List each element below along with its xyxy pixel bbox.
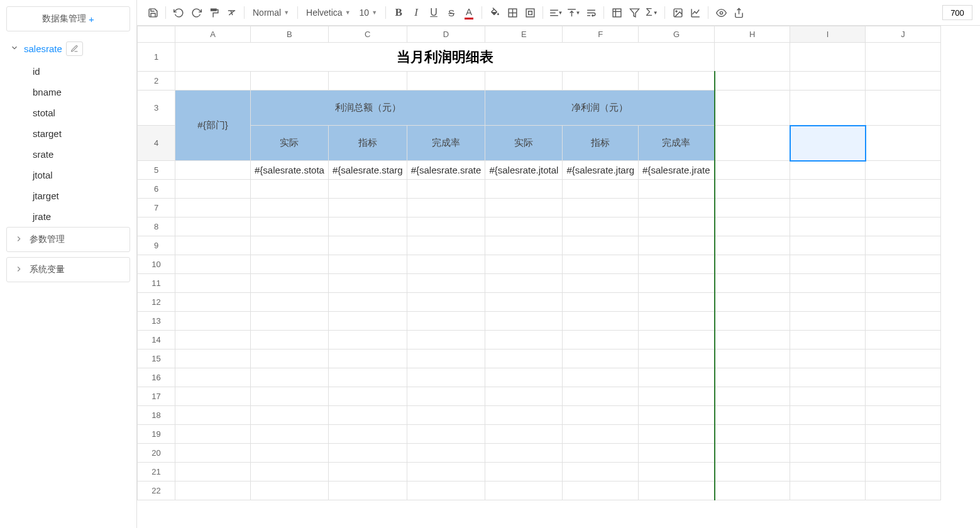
row-header-5[interactable]: 5	[138, 161, 175, 180]
cell-I9[interactable]	[790, 236, 866, 255]
cell-B22[interactable]	[251, 481, 329, 500]
cell-J10[interactable]	[866, 255, 941, 274]
cell-G20[interactable]	[639, 444, 715, 463]
cell-I14[interactable]	[790, 331, 866, 349]
cell-A11[interactable]	[175, 274, 251, 293]
cell-D22[interactable]	[407, 481, 485, 500]
tree-node-salesrate[interactable]: salesrate	[6, 36, 130, 61]
row-header-6[interactable]: 6	[138, 180, 175, 199]
cell-G15[interactable]	[639, 349, 715, 368]
cell-F18[interactable]	[563, 406, 639, 425]
cell-F8[interactable]	[563, 217, 639, 236]
field-jtotal[interactable]: jtotal	[33, 165, 130, 185]
cell-B8[interactable]	[251, 217, 329, 236]
cell-B10[interactable]	[251, 255, 329, 274]
cell-D15[interactable]	[407, 349, 485, 368]
select-all-corner[interactable]	[138, 26, 175, 43]
cell-C15[interactable]	[328, 349, 407, 368]
cell-E15[interactable]	[485, 349, 563, 368]
cell-J13[interactable]	[866, 312, 941, 331]
textwrap-button[interactable]	[583, 4, 599, 21]
cell-F15[interactable]	[563, 349, 639, 368]
cell-J4[interactable]	[866, 126, 941, 161]
cell-A21[interactable]	[175, 463, 251, 481]
cell-F11[interactable]	[563, 274, 639, 293]
cell-G9[interactable]	[639, 236, 715, 255]
cell-A16[interactable]	[175, 368, 251, 387]
row-header-7[interactable]: 7	[138, 199, 175, 217]
cell-E18[interactable]	[485, 406, 563, 425]
sub-header-2[interactable]: 完成率	[407, 126, 485, 161]
cell-J12[interactable]	[866, 293, 941, 312]
cell-H5[interactable]	[715, 161, 790, 180]
cell-G10[interactable]	[639, 255, 715, 274]
cell-H2[interactable]	[715, 72, 790, 91]
italic-button[interactable]: I	[408, 4, 424, 21]
redo-button[interactable]	[188, 4, 204, 21]
cell-E16[interactable]	[485, 368, 563, 387]
cell-B7[interactable]	[251, 199, 329, 217]
cell-C21[interactable]	[328, 463, 407, 481]
cell-J19[interactable]	[866, 425, 941, 444]
cell-I18[interactable]	[790, 406, 866, 425]
group2-header[interactable]: 净利润（元）	[485, 91, 715, 126]
bold-button[interactable]: B	[390, 4, 407, 21]
cell-I17[interactable]	[790, 387, 866, 406]
field-jtarget[interactable]: jtarget	[33, 185, 130, 206]
cell-H16[interactable]	[715, 368, 790, 387]
cell-D7[interactable]	[407, 199, 485, 217]
field-srate[interactable]: srate	[33, 144, 130, 165]
cell-H11[interactable]	[715, 274, 790, 293]
col-header-H[interactable]: H	[715, 26, 790, 43]
cell-B16[interactable]	[251, 368, 329, 387]
cell-E5[interactable]: #{salesrate.jtotal	[485, 161, 563, 180]
cell-H7[interactable]	[715, 199, 790, 217]
cell-B19[interactable]	[251, 425, 329, 444]
cell-E7[interactable]	[485, 199, 563, 217]
cell-H14[interactable]	[715, 331, 790, 349]
cell-H19[interactable]	[715, 425, 790, 444]
col-header-F[interactable]: F	[563, 26, 639, 43]
cell-G14[interactable]	[639, 331, 715, 349]
halign-button[interactable]: ▼	[548, 4, 564, 21]
cell-C11[interactable]	[328, 274, 407, 293]
page-width-input[interactable]	[942, 5, 972, 20]
cell-F5[interactable]: #{salesrate.jtarg	[563, 161, 639, 180]
cell-A6[interactable]	[175, 180, 251, 199]
row-header-22[interactable]: 22	[138, 481, 175, 500]
cell-I21[interactable]	[790, 463, 866, 481]
cell-G11[interactable]	[639, 274, 715, 293]
cell-F10[interactable]	[563, 255, 639, 274]
cell-H12[interactable]	[715, 293, 790, 312]
cell-D12[interactable]	[407, 293, 485, 312]
cell-I2[interactable]	[790, 72, 866, 91]
cell-F21[interactable]	[563, 463, 639, 481]
row-header-13[interactable]: 13	[138, 312, 175, 331]
image-button[interactable]	[669, 4, 686, 21]
cell-I7[interactable]	[790, 199, 866, 217]
cell-F14[interactable]	[563, 331, 639, 349]
cell-J2[interactable]	[866, 72, 941, 91]
add-dataset-icon[interactable]: +	[89, 14, 94, 25]
cell-C12[interactable]	[328, 293, 407, 312]
cell-E12[interactable]	[485, 293, 563, 312]
sub-header-1[interactable]: 指标	[328, 126, 407, 161]
cell-I3[interactable]	[790, 91, 866, 126]
cell-J14[interactable]	[866, 331, 941, 349]
cell-J6[interactable]	[866, 180, 941, 199]
row-header-8[interactable]: 8	[138, 217, 175, 236]
cell-H4[interactable]	[715, 126, 790, 161]
cell-E20[interactable]	[485, 444, 563, 463]
dept-header[interactable]: #{部门}	[175, 91, 251, 161]
cell-E10[interactable]	[485, 255, 563, 274]
cell-J3[interactable]	[866, 91, 941, 126]
cell-D20[interactable]	[407, 444, 485, 463]
cell-J18[interactable]	[866, 406, 941, 425]
row-header-18[interactable]: 18	[138, 406, 175, 425]
cell-C6[interactable]	[328, 180, 407, 199]
row-header-12[interactable]: 12	[138, 293, 175, 312]
cell-G18[interactable]	[639, 406, 715, 425]
cell-F9[interactable]	[563, 236, 639, 255]
cell-A19[interactable]	[175, 425, 251, 444]
cell-B20[interactable]	[251, 444, 329, 463]
